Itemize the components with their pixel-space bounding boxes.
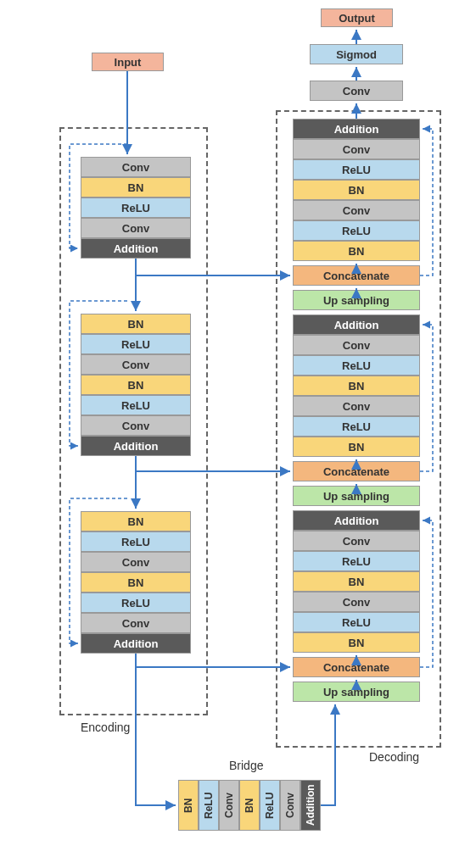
decoding-label: Decoding [369,750,419,764]
dec1-addition: Addition [293,119,420,139]
bridge-conv1: Conv [219,780,239,831]
dec1-concat: Concatenate [293,265,420,286]
dec2-relu2: ReLU [293,416,420,437]
bridge-relu2: ReLU [260,780,280,831]
enc2-conv2: Conv [81,415,191,436]
enc1-addition: Addition [81,238,191,259]
dec3-concat: Concatenate [293,657,420,677]
bridge-addition: Addition [300,780,321,831]
enc1-conv1: Conv [81,157,191,177]
dec3-relu2: ReLU [293,612,420,632]
dec3-bn1: BN [293,571,420,592]
enc2-conv1: Conv [81,354,191,375]
enc2-addition: Addition [81,436,191,456]
dec2-conv1: Conv [293,335,420,355]
dec3-upsamp: Up sampling [293,682,420,702]
dec1-conv1: Conv [293,139,420,159]
dec3-relu1: ReLU [293,551,420,571]
input-block: Input [92,53,164,71]
enc3-conv1: Conv [81,552,191,572]
dec1-upsamp: Up sampling [293,290,420,310]
enc3-bn1: BN [81,511,191,531]
enc2-relu1: ReLU [81,334,191,354]
bridge-conv2: Conv [280,780,300,831]
dec3-conv2: Conv [293,592,420,612]
dec2-relu1: ReLU [293,355,420,376]
enc3-bn2: BN [81,572,191,593]
enc2-bn2: BN [81,375,191,395]
sigmod-block: Sigmod [310,44,403,64]
bridge-bn2: BN [239,780,260,831]
bridge-relu1: ReLU [199,780,219,831]
dec3-conv1: Conv [293,531,420,551]
enc1-bn: BN [81,177,191,198]
enc2-relu2: ReLU [81,395,191,415]
enc3-relu2: ReLU [81,593,191,613]
dec1-bn2: BN [293,241,420,261]
dec2-upsamp: Up sampling [293,486,420,506]
head-conv: Conv [310,81,403,101]
enc2-bn1: BN [81,314,191,334]
dec1-relu1: ReLU [293,159,420,180]
dec2-bn1: BN [293,376,420,396]
dec2-bn2: BN [293,437,420,457]
enc3-addition: Addition [81,633,191,654]
dec3-bn2: BN [293,632,420,653]
dec2-concat: Concatenate [293,461,420,481]
bridge-label: Bridge [229,759,263,772]
dec2-conv2: Conv [293,396,420,416]
dec3-addition: Addition [293,510,420,531]
enc3-relu1: ReLU [81,531,191,552]
dec1-relu2: ReLU [293,220,420,241]
bridge-bn1: BN [178,780,199,831]
output-block: Output [321,8,393,27]
enc3-conv2: Conv [81,613,191,633]
dec2-addition: Addition [293,314,420,335]
enc1-conv2: Conv [81,218,191,238]
dec1-conv2: Conv [293,200,420,220]
encoding-label: Encoding [81,721,130,734]
dec1-bn1: BN [293,180,420,200]
enc1-relu: ReLU [81,198,191,218]
